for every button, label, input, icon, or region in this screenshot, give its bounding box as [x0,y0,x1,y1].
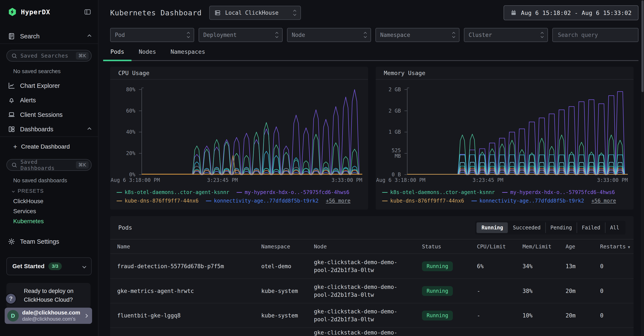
filter-cluster[interactable]: Cluster [464,28,548,42]
chart-title: Memory Usage [376,67,634,80]
tab-pods[interactable]: Pods [103,48,132,60]
gear-icon [8,238,15,245]
filter-bar: Pod Deployment Node Namespace Cluster [110,28,638,42]
presets-toggle[interactable]: PRESETS [0,186,98,196]
filter-deployment[interactable]: Deployment [198,28,282,42]
divider [0,44,98,44]
pods-panel-title: Pods [118,224,475,231]
cell-age: 20m [566,312,600,319]
column-header-name[interactable]: Name [117,243,261,250]
tab-namespaces[interactable]: Namespaces [163,48,212,60]
table-row[interactable]: gke-metrics-agent-hrwtckube-systemgke-cl… [110,278,634,303]
pods-table-header: Name Namespace Node Status CPU/Limit Mem… [110,239,634,254]
help-button[interactable]: ? [5,293,16,304]
tab-nodes[interactable]: Nodes [132,48,163,60]
column-header-node[interactable]: Node [314,243,422,250]
column-header-cpu[interactable]: CPU/Limit [477,243,522,250]
chart-legend: k8s-otel-daemons..ctor-agent-ksnnrmy-hyp… [116,189,363,204]
status-filter-pending[interactable]: Pending [545,222,577,233]
filter-pod[interactable]: Pod [110,28,194,42]
progress-badge: 3/3 [48,262,62,270]
scrollbar-thumb[interactable] [642,1,644,92]
status-filter-succeeded[interactable]: Succeeded [508,222,545,233]
sidebar-item-alerts[interactable]: Alerts [0,93,98,107]
search-icon [11,53,18,59]
status-badge: Running [422,286,453,296]
sort-descending-icon: ▼ [628,245,630,249]
column-header-namespace[interactable]: Namespace [261,243,314,250]
filter-namespace[interactable]: Namespace [376,28,460,42]
sidebar-nav: Chart Explorer Alerts Client Sessions Da… [0,79,98,136]
pods-table-body: fraud-detection-55776d678b-p7f5motel-dem… [110,254,634,336]
topbar: Kubernetes Dashboard Local ClickHouse Au… [110,5,638,20]
chevron-down-icon [82,264,86,268]
table-row[interactable]: fraud-detection-55776d678b-p7f5motel-dem… [110,254,634,278]
hyperdx-logo-icon [8,7,17,17]
column-header-mem[interactable]: Mem/Limit [522,243,566,250]
legend-more-link[interactable]: +56 more [591,198,616,204]
cell-name: gke-metrics-agent-hrwtc [117,288,261,294]
clickhouse-cloud-promo[interactable]: Ready to deploy on ClickHouse Cloud? [6,283,90,308]
preset-clickhouse[interactable]: ClickHouse [0,196,98,206]
status-badge: Running [422,261,453,271]
status-filter-running[interactable]: Running [476,222,508,233]
column-header-status[interactable]: Status [422,243,477,250]
cell-cpu: - [477,312,522,319]
legend-item: konnectivity-age..77dfdd8f5b-t9rk2 [472,198,584,204]
bell-icon [8,97,15,104]
y-axis-labels: 0 B525 MB1 GB2 GB2 GB [376,87,401,175]
saved-searches-input[interactable]: Saved Searches ⌘K [6,50,92,62]
cell-status: Running [422,261,477,271]
search-section-icon [8,33,15,40]
sidebar-item-label: Search [20,33,83,40]
preset-services[interactable]: Services [0,206,98,216]
table-row[interactable]: gke-clickstack-demo-demo- [110,327,634,336]
chart-title: CPU Usage [110,67,368,80]
sidebar-item-search[interactable]: Search [0,29,98,44]
cpu-usage-panel: CPU Usage 0%20%40%60%80% Aug 6 3:18:00 P… [110,67,368,210]
sidebar-collapse-icon[interactable] [84,8,91,16]
chevron-up-icon [87,127,91,131]
legend-item: konnectivity-age..77dfdd8f5b-t9rk2 [206,198,318,204]
preset-kubernetes[interactable]: Kubernetes [0,216,98,226]
cell-mem: 10% [522,312,566,319]
cell-restarts: 0 [600,263,626,269]
chevron-up-icon [87,34,91,38]
saved-dashboards-input[interactable]: Saved Dashboards ⌘K [6,159,92,171]
status-filter-failed[interactable]: Failed [577,222,605,233]
create-dashboard-button[interactable]: + Create Dashboard [0,140,98,153]
cell-restarts: 0 [600,288,626,294]
get-started-card[interactable]: Get Started 3/3 [6,257,92,275]
column-header-restarts[interactable]: Restarts▼ [600,243,630,250]
cell-restarts: 0 [600,312,626,319]
x-axis-labels: Aug 6 3:18:00 PM3:23:45 PM3:33:00 PM [407,177,628,184]
sidebar-item-dashboards[interactable]: Dashboards [0,122,98,136]
sidebar: HyperDX Search Saved Searches ⌘K No save… [0,0,98,336]
user-team: dale@clickhouse.com's [22,316,81,322]
memory-usage-chart [404,87,628,175]
sidebar-item-team-settings[interactable]: Team Settings [0,234,98,249]
saved-dashboards-placeholder: Saved Dashboards [20,159,73,171]
cell-status: Running [422,286,477,296]
legend-more-link[interactable]: +56 more [326,198,350,204]
sidebar-item-chart-explorer[interactable]: Chart Explorer [0,79,98,93]
status-filter-all[interactable]: All [605,222,624,233]
sidebar-item-client-sessions[interactable]: Client Sessions [0,107,98,122]
chart-legend: k8s-otel-daemons..ctor-agent-ksnnrmy-hyp… [382,189,628,204]
app-title: HyperDX [21,8,80,16]
shortcut-badge: ⌘K [76,161,89,169]
page-scrollbar[interactable] [641,0,644,336]
cell-node: gke-clickstack-demo-demo- [314,329,422,336]
time-range-picker[interactable]: Aug 6 15:18:02 - Aug 6 15:33:02 [504,5,638,20]
search-query-input[interactable] [552,28,638,42]
cell-age: 13m [566,263,600,269]
column-header-age[interactable]: Age [566,243,600,250]
source-select[interactable]: Local ClickHouse [209,6,301,20]
logo-row: HyperDX [0,0,98,17]
legend-item: my-hyperdx-hdx-o..-57975fcd6-4hws6 [236,189,349,195]
cell-age: 20m [566,288,600,294]
filter-node[interactable]: Node [287,28,371,42]
user-menu[interactable]: D dale@clickhouse.com dale@clickhouse.co… [5,308,92,324]
table-row[interactable]: fluentbit-gke-lggq8kube-systemgke-clicks… [110,303,634,327]
user-email: dale@clickhouse.com [22,309,81,316]
